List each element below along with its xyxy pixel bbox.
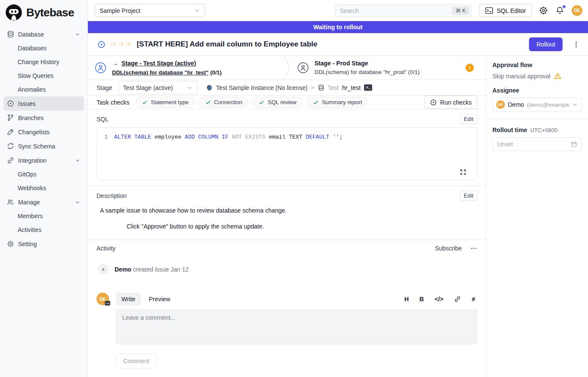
stage-select[interactable]: Test Stage (active): [118, 81, 197, 94]
task-check-connection[interactable]: Connection: [199, 97, 249, 108]
assignee-select[interactable]: DE Demo (demo@example: [492, 98, 582, 111]
stage-task-link[interactable]: DDL(schema) for database "hr_test": [112, 69, 208, 76]
sidebar-item-issues[interactable]: Issues: [3, 96, 84, 111]
notifications-bell[interactable]: [555, 6, 564, 15]
sidebar-item-integration[interactable]: Integration: [3, 153, 84, 167]
link-icon[interactable]: [454, 296, 461, 303]
sql-label: SQL: [96, 116, 109, 123]
comment-submit-button[interactable]: Comment: [116, 354, 157, 368]
sidebar-item-label: Setting: [18, 241, 37, 247]
issue-status-icon: [97, 40, 106, 49]
ellipsis-menu-icon[interactable]: [470, 245, 477, 252]
rollout-time-value: Unset: [497, 141, 513, 148]
sidebar-item-anomalies[interactable]: Anomalies: [3, 83, 84, 96]
comment-editor: DE WritePreview HB</># Comment: [96, 293, 477, 368]
chevron-down-icon: [572, 102, 578, 108]
sidebar-item-label: Webhooks: [18, 185, 46, 192]
sidebar-item-label: Manage: [18, 199, 40, 206]
sidebar-item-label: Branches: [18, 114, 44, 121]
chevron-down-icon: [187, 85, 193, 91]
fullscreen-expand-icon[interactable]: [460, 169, 467, 176]
comment-input[interactable]: [116, 309, 477, 344]
chevron-down-icon: [75, 199, 81, 205]
task-check-pills: Statement typeConnectionSQL reviewSummar…: [136, 97, 368, 108]
run-checks-label: Run checks: [440, 99, 472, 106]
description-label: Description: [96, 192, 127, 199]
sidebar-item-label: GitOps: [18, 171, 37, 178]
sql-edit-button[interactable]: Edit: [460, 114, 478, 124]
sidebar-item-database[interactable]: Database: [3, 27, 84, 41]
stage-card-prod[interactable]: Stage - Prod Stage DDL(schema) for datab…: [290, 56, 486, 80]
stage-card-test[interactable]: → Stage - Test Stage (active) DDL(schema…: [88, 56, 283, 80]
user-avatar[interactable]: DE: [572, 5, 582, 16]
issue-icon: [7, 100, 14, 107]
sidebar-item-changelists[interactable]: Changelists: [3, 125, 84, 139]
task-check-sql-review[interactable]: SQL review: [252, 97, 302, 108]
sidebar-item-databases[interactable]: Databases: [3, 41, 84, 55]
kebab-menu-icon[interactable]: [572, 41, 580, 48]
brand-logo[interactable]: Bytebase: [0, 0, 87, 24]
sidebar-item-sync-schema[interactable]: Sync Schema: [3, 139, 84, 153]
sidebar-item-webhooks[interactable]: Webhooks: [3, 181, 84, 195]
right-panel: Approval flow Skip manual approval Assig…: [486, 56, 588, 377]
sidebar-item-label: Databases: [18, 45, 47, 52]
activity-item: +Demo created issue Jan 12: [96, 264, 477, 275]
database-link[interactable]: hr_test: [342, 84, 361, 91]
sidebar-item-members[interactable]: Members: [3, 209, 84, 223]
settings-gear-icon[interactable]: [539, 6, 548, 15]
stage-title-link[interactable]: Stage - Test Stage (active): [121, 60, 196, 67]
instance-link[interactable]: Test Sample Instance (No license): [216, 84, 308, 91]
rollout-time-input[interactable]: Unset: [492, 137, 582, 151]
activity-label: Activity: [96, 245, 115, 252]
sidebar-item-label: Changelists: [18, 129, 50, 136]
breadcrumb-separator: >: [311, 84, 314, 91]
task-check-summary-report[interactable]: Summary report: [307, 97, 368, 108]
run-checks-button[interactable]: Run checks: [424, 96, 477, 109]
sidebar-item-gitops[interactable]: GitOps: [3, 167, 84, 181]
task-check-statement-type[interactable]: Statement type: [136, 97, 194, 108]
rollout-button[interactable]: Rollout: [529, 37, 563, 51]
sql-editor-button[interactable]: SQL Editor: [479, 4, 532, 17]
tab-write[interactable]: Write: [116, 293, 141, 306]
branch-icon: [7, 114, 14, 121]
comment-tabs: WritePreview: [116, 293, 178, 306]
person-icon: [95, 62, 106, 74]
sidebar-item-label: Activities: [18, 226, 41, 233]
status-banner: Waiting to rollout: [88, 21, 588, 33]
sql-editor-label: SQL Editor: [497, 7, 526, 14]
format-hash[interactable]: #: [472, 296, 475, 303]
sidebar-item-slow-queries[interactable]: Slow Queries: [3, 69, 84, 83]
sidebar-item-branches[interactable]: Branches: [3, 111, 84, 125]
stage-label: Stage: [96, 84, 112, 91]
sidebar-item-label: Anomalies: [18, 86, 46, 93]
project-selector[interactable]: Sample Project: [95, 4, 205, 17]
sidebar-item-activities[interactable]: Activities: [3, 223, 84, 237]
check-icon: [258, 99, 264, 105]
format-code[interactable]: </>: [435, 296, 443, 303]
chevron-down-icon: [194, 8, 200, 14]
sql-editor[interactable]: 1 ALTER TABLE employee ADD COLUMN IF NOT…: [96, 127, 478, 180]
project-selector-value: Sample Project: [100, 7, 140, 14]
brand-name: Bytebase: [26, 6, 74, 19]
stage-task-detail: DDL(schema) for database "hr_prod" (0/1): [314, 68, 420, 77]
task-checks-label: Task checks: [96, 99, 129, 106]
subscribe-button[interactable]: Subscribe: [435, 245, 462, 252]
search-input[interactable]: [340, 7, 452, 14]
stage-select-value: Test Stage (active): [123, 84, 173, 91]
format-bold[interactable]: B: [420, 296, 424, 303]
postgres-icon: [206, 84, 213, 91]
arrow-right-icon: →: [112, 60, 118, 67]
tab-preview[interactable]: Preview: [143, 293, 176, 306]
open-in-sql-editor-icon[interactable]: >_: [364, 84, 372, 91]
sidebar-item-setting[interactable]: Setting: [3, 237, 84, 251]
search-box[interactable]: ⌘ K: [335, 4, 472, 17]
stage-title: Stage - Prod Stage: [314, 59, 420, 68]
sidebar-item-manage[interactable]: Manage: [3, 195, 84, 209]
format-heading[interactable]: H: [404, 296, 409, 303]
sql-section: SQL Edit 1 ALTER TABLE employee ADD COLU…: [88, 109, 486, 185]
sidebar-item-change-history[interactable]: Change History: [3, 55, 84, 69]
description-edit-button[interactable]: Edit: [460, 191, 478, 201]
chevron-down-icon: [75, 31, 81, 37]
issue-title: ☞☞☞ [START HERE] Add email column to Emp…: [111, 40, 317, 49]
sidebar-nav: DatabaseDatabasesChange HistorySlow Quer…: [0, 24, 87, 251]
